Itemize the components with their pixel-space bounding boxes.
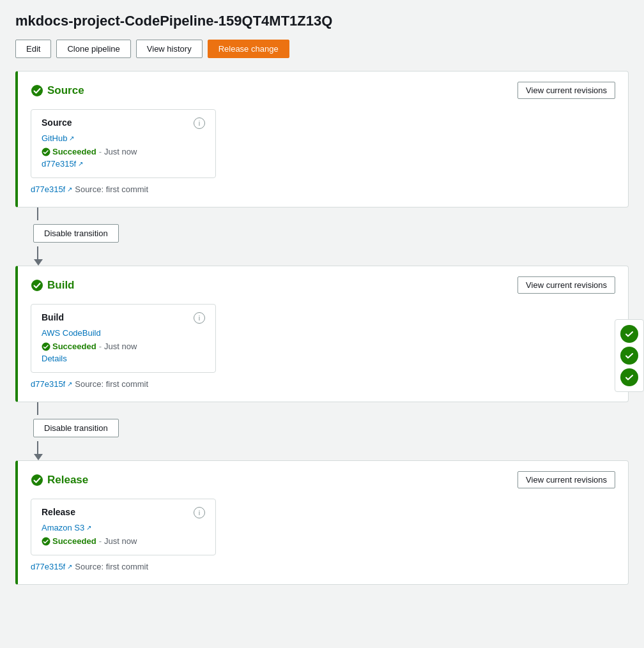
stage-source-check-icon xyxy=(31,84,43,97)
page-title: mkdocs-project-CodePipeline-159QT4MT1Z13… xyxy=(15,13,629,29)
transition-1-line-top xyxy=(37,207,38,220)
stage-build-title: Build xyxy=(31,279,75,292)
source-view-revisions-button[interactable]: View current revisions xyxy=(518,82,615,99)
side-check-3 xyxy=(620,368,638,386)
build-status-succeeded: Succeeded xyxy=(42,342,96,351)
release-status-row: Succeeded - Just now xyxy=(42,536,205,546)
build-provider-link[interactable]: AWS CodeBuild xyxy=(42,328,101,338)
stage-source-header: Source View current revisions xyxy=(31,82,615,99)
release-status-succeeded: Succeeded xyxy=(42,536,96,546)
svg-point-0 xyxy=(31,85,43,96)
release-info-icon[interactable]: i xyxy=(194,507,205,518)
release-action-card: Release i Amazon S3 ↗ Succeeded - xyxy=(31,499,216,555)
release-external-icon: ↗ xyxy=(86,524,91,531)
source-commit-external-icon: ↗ xyxy=(78,160,83,167)
release-commit-hash-link[interactable]: d77e315f ↗ xyxy=(31,562,72,571)
build-action-header: Build i xyxy=(42,312,205,324)
release-provider-link[interactable]: Amazon S3 ↗ xyxy=(42,523,91,532)
toolbar: Edit Clone pipeline View history Release… xyxy=(15,40,629,58)
stage-release-check-icon xyxy=(31,474,43,486)
transition-2-line-bottom xyxy=(37,441,38,454)
clone-pipeline-button[interactable]: Clone pipeline xyxy=(56,40,130,58)
source-status-succeeded: Succeeded xyxy=(42,147,96,156)
stage-build-check-icon xyxy=(31,279,43,292)
build-details-link[interactable]: Details xyxy=(42,354,205,363)
source-status-time: Just now xyxy=(104,147,137,156)
source-external-icon: ↗ xyxy=(69,135,74,142)
source-provider-link[interactable]: GitHub ↗ xyxy=(42,133,74,143)
source-commit-row: d77e315f ↗ Source: first commit xyxy=(31,185,615,194)
build-status-time: Just now xyxy=(104,342,137,351)
build-action-name: Build xyxy=(42,312,64,322)
build-view-revisions-button[interactable]: View current revisions xyxy=(518,276,615,294)
transition-2-controls: Disable transition xyxy=(33,415,119,441)
transition-1: Disable transition xyxy=(15,207,629,266)
release-commit-row: d77e315f ↗ Source: first commit xyxy=(31,562,615,571)
stage-release-header: Release View current revisions xyxy=(31,471,615,488)
build-info-icon[interactable]: i xyxy=(194,312,205,324)
transition-2-line-top xyxy=(37,402,38,415)
transition-1-arrow xyxy=(34,259,43,266)
release-view-revisions-button[interactable]: View current revisions xyxy=(518,471,615,488)
release-action-name: Release xyxy=(42,507,75,517)
stage-build: Build View current revisions Build i AWS… xyxy=(15,266,629,402)
transition-2: Disable transition xyxy=(15,402,629,460)
side-check-2 xyxy=(620,347,638,365)
source-action-name: Source xyxy=(42,117,72,128)
stage-source-title: Source xyxy=(31,84,84,97)
build-status-row: Succeeded - Just now xyxy=(42,342,205,351)
build-hash-external-icon: ↗ xyxy=(67,381,72,388)
release-status-time: Just now xyxy=(104,536,137,546)
build-action-card: Build i AWS CodeBuild Succeeded - xyxy=(31,304,216,373)
source-info-icon[interactable]: i xyxy=(194,117,205,129)
side-check-1 xyxy=(620,325,638,343)
transition-1-line-bottom xyxy=(37,246,38,259)
stage-release: Release View current revisions Release i… xyxy=(15,460,629,585)
source-commit-hash-link[interactable]: d77e315f ↗ xyxy=(31,185,72,194)
release-action-header: Release i xyxy=(42,507,205,518)
svg-point-2 xyxy=(31,280,43,291)
svg-point-4 xyxy=(31,474,43,486)
release-change-button[interactable]: Release change xyxy=(208,40,289,58)
source-action-header: Source i xyxy=(42,117,205,129)
view-history-button[interactable]: View history xyxy=(136,40,203,58)
transition-1-controls: Disable transition xyxy=(33,220,119,246)
release-hash-external-icon: ↗ xyxy=(67,563,72,570)
source-commit-link[interactable]: d77e315f ↗ xyxy=(42,159,83,169)
pipeline: Source View current revisions Source i G… xyxy=(15,71,629,585)
source-status-row: Succeeded - Just now xyxy=(42,147,205,156)
transition-2-arrow xyxy=(34,454,43,460)
source-action-card: Source i GitHub ↗ Succeeded - xyxy=(31,109,216,178)
stage-release-title: Release xyxy=(31,474,88,486)
disable-transition-2-button[interactable]: Disable transition xyxy=(33,419,119,437)
build-commit-row: d77e315f ↗ Source: first commit xyxy=(31,379,615,389)
disable-transition-1-button[interactable]: Disable transition xyxy=(33,224,119,243)
edit-button[interactable]: Edit xyxy=(15,40,51,58)
stage-source: Source View current revisions Source i G… xyxy=(15,71,629,207)
build-commit-hash-link[interactable]: d77e315f ↗ xyxy=(31,379,72,389)
source-hash-external-icon: ↗ xyxy=(67,186,72,193)
side-status-panel xyxy=(615,319,644,392)
stage-build-header: Build View current revisions xyxy=(31,276,615,294)
